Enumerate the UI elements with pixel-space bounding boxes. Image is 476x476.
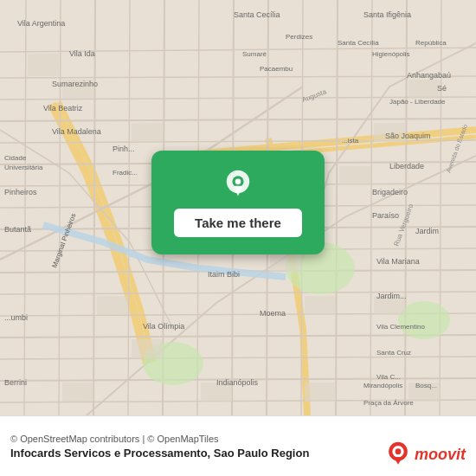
svg-text:Vila C...: Vila C... xyxy=(376,373,401,381)
svg-text:Sumaré: Sumaré xyxy=(242,50,267,58)
svg-text:Berrini: Berrini xyxy=(4,378,27,387)
svg-text:República: República xyxy=(415,39,447,47)
svg-marker-75 xyxy=(394,457,402,464)
svg-rect-19 xyxy=(305,383,336,402)
svg-text:Pinh...: Pinh... xyxy=(113,145,135,153)
moovit-brand-text: moovit xyxy=(415,446,466,464)
svg-text:Paraíso: Paraíso xyxy=(372,211,399,220)
svg-text:Vila Beatriz: Vila Beatriz xyxy=(43,104,83,113)
svg-rect-17 xyxy=(62,383,93,402)
svg-text:Higienópolis: Higienópolis xyxy=(372,50,410,58)
svg-text:Indianópolis: Indianópolis xyxy=(216,378,259,387)
location-card[interactable]: Take me there xyxy=(151,151,325,254)
moovit-logo: moovit xyxy=(385,441,466,467)
svg-point-3 xyxy=(398,301,450,339)
svg-text:Pacaembu: Pacaembu xyxy=(260,65,293,73)
svg-rect-6 xyxy=(132,123,163,142)
svg-text:Butantã: Butantã xyxy=(4,225,31,234)
svg-text:Santa Ifigênia: Santa Ifigênia xyxy=(363,10,411,19)
svg-rect-15 xyxy=(132,339,163,358)
svg-text:Cidade: Cidade xyxy=(4,154,27,162)
take-me-there-button[interactable]: Take me there xyxy=(174,209,302,237)
svg-text:Mirandópolis: Mirandópolis xyxy=(363,382,402,389)
location-pin-icon xyxy=(222,169,254,202)
svg-text:Vila Olímpia: Vila Olímpia xyxy=(143,322,184,331)
svg-rect-4 xyxy=(28,54,59,76)
svg-text:Bosq...: Bosq... xyxy=(415,382,437,389)
svg-text:Sumarezinho: Sumarezinho xyxy=(52,80,98,88)
svg-text:Vila Mariana: Vila Mariana xyxy=(376,257,420,266)
svg-text:Perdizes: Perdizes xyxy=(286,33,312,41)
svg-text:Santa Cecília: Santa Cecília xyxy=(234,10,280,19)
svg-text:Universitária: Universitária xyxy=(4,164,43,171)
svg-rect-13 xyxy=(305,296,336,315)
svg-text:...umbi: ...umbi xyxy=(4,313,28,322)
svg-text:Santa Cecília: Santa Cecília xyxy=(338,39,379,47)
svg-text:Moema: Moema xyxy=(260,309,286,318)
svg-text:Itaim Bibi: Itaim Bibi xyxy=(208,270,240,279)
svg-text:Japão - Liberdade: Japão - Liberdade xyxy=(389,98,446,106)
svg-text:Vila Ida: Vila Ida xyxy=(69,49,95,58)
svg-text:Brigadeiro: Brigadeiro xyxy=(372,188,408,196)
svg-rect-10 xyxy=(339,166,370,185)
svg-rect-9 xyxy=(270,253,301,272)
svg-point-74 xyxy=(396,448,402,454)
svg-text:Vila Madalena: Vila Madalena xyxy=(52,127,101,136)
svg-text:Praça da Árvore: Praça da Árvore xyxy=(363,399,414,407)
svg-text:Vila Argentina: Vila Argentina xyxy=(17,19,65,28)
svg-point-70 xyxy=(235,178,241,184)
svg-text:...ista: ...ista xyxy=(342,137,359,145)
svg-text:Fradic...: Fradic... xyxy=(113,169,138,177)
footer: © OpenStreetMap contributors | © OpenMap… xyxy=(0,415,476,476)
svg-text:Jardim: Jardim xyxy=(415,227,439,235)
svg-rect-14 xyxy=(97,296,128,315)
svg-text:Sé: Sé xyxy=(437,84,447,93)
svg-text:Santa Cruz: Santa Cruz xyxy=(376,349,411,357)
map-container: Vila Argentina Santa Cecília Santa Ifigê… xyxy=(0,0,476,415)
svg-text:Anhangabaú: Anhangabaú xyxy=(407,71,451,80)
svg-text:Vila Clementino: Vila Clementino xyxy=(376,323,425,331)
svg-rect-12 xyxy=(408,80,440,99)
svg-text:Liberdade: Liberdade xyxy=(389,162,424,170)
svg-text:Jardim...: Jardim... xyxy=(376,292,407,300)
svg-text:Pinheiros: Pinheiros xyxy=(4,188,37,196)
svg-text:São Joaquim: São Joaquim xyxy=(385,132,431,140)
moovit-icon xyxy=(385,441,411,467)
